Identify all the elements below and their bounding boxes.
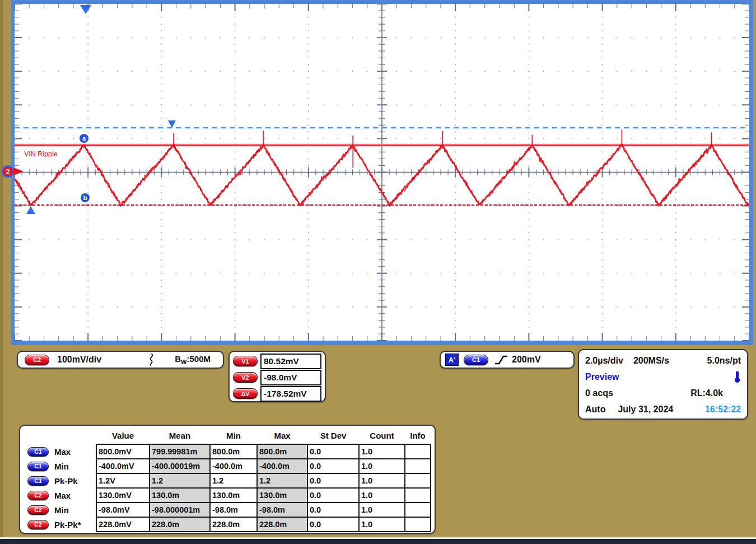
table-column-header: Mean <box>150 427 210 444</box>
measurement-cell: 228.0m <box>150 517 210 532</box>
measurement-cell: -98.0mV <box>96 503 150 517</box>
trigger-level-triangle[interactable] <box>168 120 176 128</box>
measurement-cell: 1.0 <box>359 459 405 473</box>
timebase-label: 2.0µs/div <box>585 356 623 366</box>
measurement-cell: 1.2 <box>257 473 307 488</box>
measurement-name: Max <box>54 447 71 457</box>
trigger-position-marker[interactable] <box>80 5 91 14</box>
table-column-header: Info <box>405 427 431 444</box>
cursor-readout-panel: V180.52mVV2-98.0mVΔV-178.52mV <box>228 351 326 402</box>
measurement-name: Min <box>54 505 69 515</box>
table-column-header: Max <box>257 427 307 444</box>
trigger-panel[interactable]: A' C1 200mV <box>440 351 575 369</box>
measurement-cell <box>405 503 431 517</box>
measurement-name: Max <box>54 491 71 500</box>
sample-rate-label: 200MS/s <box>633 356 669 366</box>
date-label: July 31, 2024 <box>618 404 673 415</box>
measurement-cell: 799.99981m <box>150 444 210 459</box>
measurement-name: Pk-Pk* <box>54 520 81 529</box>
measurement-name: Min <box>54 462 69 471</box>
measurement-cell: 228.0mV <box>96 517 150 532</box>
measurement-cell: 130.0m <box>150 488 210 503</box>
measurement-cell <box>405 459 431 473</box>
table-column-header: St Dev <box>307 427 359 444</box>
scope-frame-right <box>749 0 753 345</box>
table-column-header: Count <box>359 427 405 444</box>
measurement-cell: 1.0 <box>359 503 405 517</box>
measurement-cell: -98.0m <box>210 503 257 517</box>
cursor-readout-row: V180.52mV <box>230 353 325 369</box>
channel-settings-panel[interactable]: C2 100mV/div BW:500M <box>17 351 224 369</box>
taskbar <box>0 539 756 544</box>
trough-marker-triangle[interactable] <box>26 206 35 214</box>
measurement-cell: 1.0 <box>359 473 405 488</box>
cursor-value: 80.52mV <box>260 354 321 369</box>
record-length-label: RL:4.0k <box>690 388 723 398</box>
scope-frame-top <box>11 0 753 4</box>
svg-text:a: a <box>82 135 86 142</box>
measurement-table-panel: ValueMeanMinMaxSt DevCountInfoC1Max800.0… <box>19 425 436 534</box>
channel-2-arrow-icon <box>13 168 24 175</box>
measurement-cell: 1.2 <box>150 473 210 488</box>
measurement-cell: 1.0 <box>359 444 405 459</box>
measurement-cell <box>405 473 431 488</box>
channel-2-marker[interactable]: 2 <box>1 164 26 179</box>
measurement-cell: 130.0m <box>210 488 257 503</box>
trigger-mode-label: Auto <box>585 404 605 415</box>
channel-badge[interactable]: C2 <box>27 491 49 500</box>
window-edge <box>0 0 3 544</box>
measurement-cell: 0.0 <box>307 488 359 503</box>
measurement-cell: 130.0m <box>257 488 307 503</box>
acquisition-info-panel: 2.0µs/div 200MS/s 5.0ns/pt Preview 0 acq… <box>578 349 748 420</box>
tekscope-app: a b VIN Ripple 2 C2 100mV/div BW:500M V1… <box>0 0 756 544</box>
measurement-cell <box>405 488 431 503</box>
measurement-name: Pk-Pk <box>54 476 78 486</box>
svg-text:b: b <box>83 194 87 201</box>
channel-scale-label: 100mV/div <box>57 355 101 365</box>
channel-badge[interactable]: C1 <box>27 462 49 471</box>
measurement-cell: 0.0 <box>307 444 359 459</box>
measurement-cell: 1.0 <box>359 517 405 532</box>
measurement-cell: 800.0mV <box>96 444 150 459</box>
table-column-header: Value <box>96 427 150 444</box>
cursor-value: -178.52mV <box>260 386 321 402</box>
channel-badge[interactable]: C2 <box>27 520 49 529</box>
measurement-cell: 0.0 <box>307 473 359 488</box>
measurement-cell: 228.0m <box>257 517 307 532</box>
cursor-badge[interactable]: V1 <box>233 356 258 366</box>
channel-badge[interactable]: C1 <box>27 447 49 457</box>
trigger-source-badge[interactable]: C1 <box>464 355 488 365</box>
measurement-cell: -400.00019m <box>150 459 210 473</box>
trigger-a-badge[interactable]: A' <box>445 354 459 366</box>
coupling-icon <box>147 352 156 367</box>
measurement-cell <box>405 444 431 459</box>
measurement-row: C1Max800.0mV799.99981m800.0m800.0m0.01.0 <box>23 444 431 459</box>
waveform-display[interactable]: a b VIN Ripple <box>15 4 749 341</box>
trigger-level-label: 200mV <box>512 355 541 365</box>
preview-status-label: Preview <box>585 372 619 382</box>
measurement-row: C2Pk-Pk*228.0mV228.0m228.0m228.0m0.01.0 <box>23 517 431 532</box>
cursor-badge[interactable]: ΔV <box>233 388 258 399</box>
cursor-value: -98.0mV <box>260 370 321 385</box>
cursor-b-handle[interactable]: b <box>81 193 90 202</box>
measurement-cell: 0.0 <box>307 459 359 473</box>
measurement-row: C1Pk-Pk1.2V1.21.21.20.01.0 <box>23 473 431 488</box>
measurement-cell: 130.0mV <box>96 488 150 503</box>
channel-badge[interactable]: C2 <box>27 505 49 515</box>
cursor-badge[interactable]: V2 <box>233 372 258 383</box>
bandwidth-label: BW:500M <box>175 354 211 365</box>
measurement-cell: 0.0 <box>307 517 359 532</box>
measurement-cell: 228.0m <box>210 517 257 532</box>
rising-edge-icon <box>494 354 509 366</box>
waveform-label: VIN Ripple <box>24 150 58 158</box>
measurement-cell: -400.0m <box>210 459 257 473</box>
measurement-cell: 1.2V <box>96 473 150 488</box>
measurement-row: C1Min-400.0mV-400.00019m-400.0m-400.0m0.… <box>23 459 431 473</box>
measurement-cell: -98.0m <box>257 503 307 517</box>
measurement-row: C2Min-98.0mV-98.000001m-98.0m-98.0m0.01.… <box>23 503 431 517</box>
cursor-a-handle[interactable]: a <box>80 134 88 143</box>
channel-badge[interactable]: C1 <box>27 476 49 486</box>
channel-c2-badge[interactable]: C2 <box>25 355 49 365</box>
measurement-cell: 1.0 <box>359 488 405 503</box>
measurement-cell: 1.2 <box>210 473 257 488</box>
